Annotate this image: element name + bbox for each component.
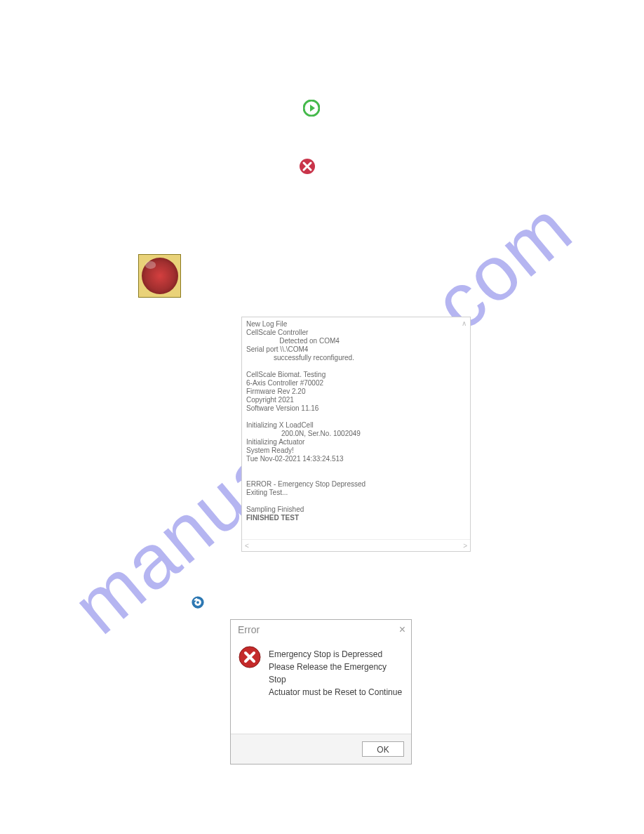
dialog-close-button[interactable]: × [391,625,405,635]
log-panel: ∧ New Log File CellScale Controller Dete… [241,317,471,552]
dialog-line: Actuator must be Reset to Continue [269,686,403,699]
dialog-title: Error [238,624,260,635]
error-dialog: Error × Emergency Stop is Depressed Plea… [230,619,412,764]
log-scroll-up-icon: ∧ [462,320,469,330]
close-circle-icon [299,158,316,175]
log-scrollbar-horizontal: < > [242,539,470,551]
document-page: manualshive.com ∧ New Log File CellScale… [0,0,644,834]
reset-reload-icon [192,596,206,610]
dialog-line: Emergency Stop is Depressed [269,648,403,661]
dialog-footer: OK [231,734,411,764]
log-scroll-right-icon: > [463,542,467,550]
log-text-lines: New Log File CellScale Controller Detect… [246,320,365,513]
emergency-stop-button [138,254,181,298]
log-finished-label: FINISHED TEST [246,514,299,522]
play-circle-icon [303,100,320,117]
log-content: New Log File CellScale Controller Detect… [242,317,470,539]
svg-point-3 [196,601,199,604]
dialog-line: Please Release the Emergency Stop [269,661,403,686]
error-icon [238,645,262,669]
dialog-message: Emergency Stop is Depressed Please Relea… [269,644,403,731]
dialog-body: Emergency Stop is Depressed Please Relea… [231,637,411,734]
dialog-titlebar: Error × [231,620,411,637]
ok-button[interactable]: OK [362,741,404,757]
log-scroll-left-icon: < [245,542,249,550]
